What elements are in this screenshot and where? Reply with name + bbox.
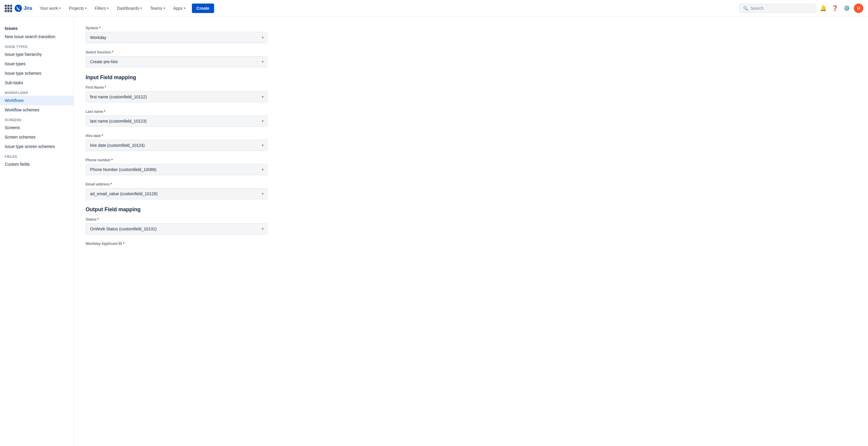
required-indicator: * bbox=[105, 85, 106, 89]
nav-teams[interactable]: Teams ▾ bbox=[147, 4, 168, 12]
phone-number-label: Phone number * bbox=[86, 158, 345, 162]
search-icon: 🔍 bbox=[743, 6, 748, 11]
required-indicator: * bbox=[99, 26, 101, 30]
workday-applicant-id-label: Workday Applicant ID * bbox=[86, 242, 345, 246]
email-address-select-wrapper: ad_email_value (customfield_10128) ▾ bbox=[86, 188, 267, 199]
search-box[interactable]: 🔍 Search bbox=[739, 4, 816, 13]
first-name-select[interactable]: first name (customfield_10122) bbox=[86, 91, 267, 102]
chevron-down-icon: ▾ bbox=[59, 6, 61, 10]
nav-projects[interactable]: Projects ▾ bbox=[66, 4, 89, 12]
phone-number-select[interactable]: Phone Number (customfield_10086) bbox=[86, 164, 267, 175]
select-function-wrapper: Create pre-hire ▾ bbox=[86, 56, 267, 67]
nav-apps[interactable]: Apps ▾ bbox=[170, 4, 188, 12]
sidebar-item-screen-schemes[interactable]: Screen schemes bbox=[0, 132, 73, 142]
required-indicator: * bbox=[111, 158, 113, 162]
sidebar-section-issue-types: ISSUE TYPES bbox=[0, 41, 73, 50]
required-indicator: * bbox=[104, 110, 105, 114]
sidebar-item-issue-type-schemes[interactable]: Issue type schemes bbox=[0, 68, 73, 78]
sidebar-item-screens[interactable]: Screens bbox=[0, 123, 73, 132]
select-function-label: Select function * bbox=[86, 50, 345, 54]
sidebar-heading: Issues bbox=[0, 21, 73, 32]
status-label: Status * bbox=[86, 217, 345, 221]
hire-date-select-wrapper: hire date (customfield_10124) ▾ bbox=[86, 140, 267, 151]
status-select-wrapper: OnWork Status (customfield_10131) ▾ bbox=[86, 223, 267, 235]
phone-number-field-section: Phone number * Phone Number (customfield… bbox=[86, 158, 345, 175]
nav-filters[interactable]: Filters ▾ bbox=[92, 4, 112, 12]
email-address-field-section: Email address * ad_email_value (customfi… bbox=[86, 182, 345, 199]
chevron-down-icon: ▾ bbox=[184, 6, 185, 10]
sidebar-item-custom-fields[interactable]: Custom fields bbox=[0, 159, 73, 169]
create-button[interactable]: Create bbox=[192, 4, 214, 13]
chevron-down-icon: ▾ bbox=[163, 6, 165, 10]
avatar[interactable]: U bbox=[854, 4, 863, 13]
input-field-mapping-heading: Input Field mapping bbox=[86, 75, 345, 81]
first-name-select-wrapper: first name (customfield_10122) ▾ bbox=[86, 91, 267, 102]
sidebar-section-screens: SCREENS bbox=[0, 115, 73, 123]
topnav: Jira Your work ▾ Projects ▾ Filters ▾ Da… bbox=[0, 0, 868, 17]
main-content: System * Workday ▾ Select function * Cre… bbox=[74, 17, 357, 446]
sidebar-item-sub-tasks[interactable]: Sub-tasks bbox=[0, 78, 73, 87]
sidebar-section-fields: FIELDS bbox=[0, 151, 73, 159]
required-indicator: * bbox=[123, 242, 124, 246]
search-placeholder: Search bbox=[750, 6, 764, 11]
chevron-down-icon: ▾ bbox=[85, 6, 87, 10]
select-function-select[interactable]: Create pre-hire bbox=[86, 56, 267, 67]
last-name-field-section: Last name * last name (customfield_10123… bbox=[86, 110, 345, 127]
select-function-section: Select function * Create pre-hire ▾ bbox=[86, 50, 345, 67]
required-indicator: * bbox=[111, 182, 112, 186]
nav-your-work[interactable]: Your work ▾ bbox=[37, 4, 63, 12]
chevron-down-icon: ▾ bbox=[107, 6, 108, 10]
sidebar-item-new-issue-search-transition[interactable]: New issue search transition bbox=[0, 32, 73, 41]
notifications-button[interactable]: 🔔 bbox=[818, 4, 828, 13]
workday-applicant-id-section: Workday Applicant ID * bbox=[86, 242, 345, 246]
required-indicator: * bbox=[112, 50, 113, 54]
output-field-mapping-heading: Output Field mapping bbox=[86, 206, 345, 213]
last-name-select-wrapper: last name (customfield_10123) ▾ bbox=[86, 116, 267, 127]
sidebar-item-issue-types[interactable]: Issue types bbox=[0, 59, 73, 68]
hire-date-label: Hire date * bbox=[86, 134, 345, 138]
logo-text: Jira bbox=[24, 6, 32, 11]
required-indicator: * bbox=[101, 134, 103, 138]
required-indicator: * bbox=[97, 217, 99, 221]
last-name-label: Last name * bbox=[86, 110, 345, 114]
system-select[interactable]: Workday bbox=[86, 32, 267, 43]
sidebar-item-workflows[interactable]: Workflows bbox=[0, 96, 73, 105]
sidebar-item-issue-type-screen-schemes[interactable]: Issue type screen schemes bbox=[0, 142, 73, 151]
last-name-select[interactable]: last name (customfield_10123) bbox=[86, 116, 267, 127]
chevron-down-icon: ▾ bbox=[140, 6, 142, 10]
grid-menu-icon[interactable] bbox=[5, 5, 12, 12]
help-button[interactable]: ❓ bbox=[830, 4, 840, 13]
settings-button[interactable]: ⚙️ bbox=[842, 4, 851, 13]
sidebar-item-workflow-schemes[interactable]: Workflow schemes bbox=[0, 105, 73, 115]
hire-date-field-section: Hire date * hire date (customfield_10124… bbox=[86, 134, 345, 151]
email-address-select[interactable]: ad_email_value (customfield_10128) bbox=[86, 188, 267, 199]
email-address-label: Email address * bbox=[86, 182, 345, 186]
system-label: System * bbox=[86, 26, 345, 30]
logo-area: Jira bbox=[5, 4, 32, 12]
status-select[interactable]: OnWork Status (customfield_10131) bbox=[86, 223, 267, 235]
system-select-wrapper: Workday ▾ bbox=[86, 32, 267, 43]
phone-number-select-wrapper: Phone Number (customfield_10086) ▾ bbox=[86, 164, 267, 175]
nav-dashboards[interactable]: Dashboards ▾ bbox=[114, 4, 145, 12]
first-name-label: First Name * bbox=[86, 85, 345, 89]
status-field-section: Status * OnWork Status (customfield_1013… bbox=[86, 217, 345, 235]
sidebar-item-issue-type-hierarchy[interactable]: Issue type hierarchy bbox=[0, 50, 73, 59]
first-name-field-section: First Name * first name (customfield_101… bbox=[86, 85, 345, 102]
app-layout: Issues New issue search transition ISSUE… bbox=[0, 17, 868, 446]
topnav-right: 🔍 Search 🔔 ❓ ⚙️ U bbox=[739, 4, 863, 13]
system-field-section: System * Workday ▾ bbox=[86, 26, 345, 43]
jira-logo[interactable]: Jira bbox=[14, 4, 32, 12]
hire-date-select[interactable]: hire date (customfield_10124) bbox=[86, 140, 267, 151]
sidebar-section-workflows: WORKFLOWS bbox=[0, 87, 73, 96]
sidebar: Issues New issue search transition ISSUE… bbox=[0, 17, 74, 446]
